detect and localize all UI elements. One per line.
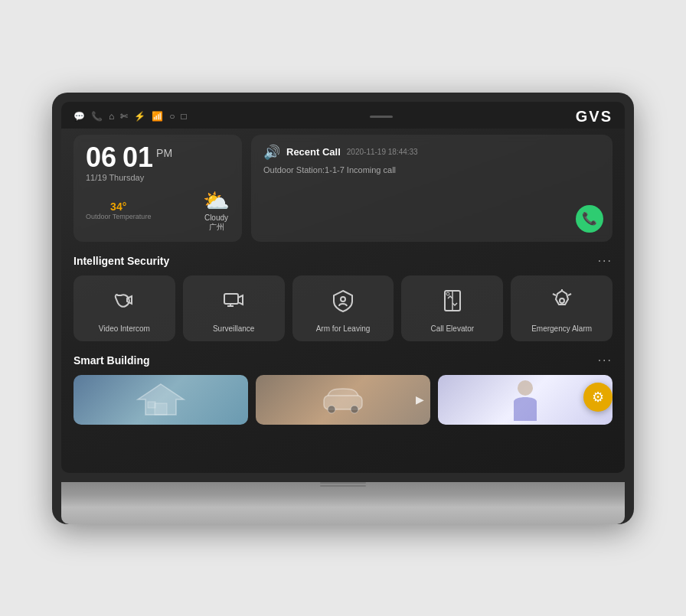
svg-rect-0	[224, 294, 238, 304]
intelligent-security-title: Intelligent Security	[74, 255, 169, 267]
svg-line-9	[553, 294, 556, 295]
tile-video-intercom-label: Video Intercom	[99, 324, 150, 334]
svg-line-10	[568, 294, 571, 295]
smart-building-title: Smart Building	[74, 354, 150, 367]
building-thumb-2[interactable]: ▶	[256, 375, 430, 425]
time-weather-widget: 06 01 PM 11/19 Thursday 34° Outdoor Temp…	[74, 135, 242, 242]
call-detail: Outdoor Station:1-1-7 Incoming call	[263, 165, 600, 174]
scissors-icon: ✄	[120, 111, 128, 122]
svg-rect-14	[148, 402, 155, 408]
brand-logo: GVS	[576, 108, 612, 125]
recent-call-widget: 🔊 Recent Call 2020-11-19 18:44:33 Outdoo…	[251, 135, 612, 242]
svg-point-4	[341, 297, 345, 301]
signal-icon: ⚡	[134, 111, 145, 122]
main-area: 06 01 PM 11/19 Thursday 34° Outdoor Temp…	[61, 129, 625, 473]
arm-for-leaving-icon	[331, 288, 355, 318]
security-grid: Video Intercom Surveillance	[74, 275, 612, 341]
svg-point-18	[518, 380, 533, 396]
circle-icon: ○	[169, 111, 175, 122]
emergency-alarm-icon	[550, 288, 574, 318]
screen-content: 💬 📞 ⌂ ✄ ⚡ 📶 ○ □ GVS	[61, 102, 625, 473]
call-elevator-icon	[440, 288, 465, 318]
phone-icon: 📞	[91, 111, 103, 122]
recent-call-header: 🔊 Recent Call 2020-11-19 18:44:33	[263, 144, 600, 161]
volume-indicator	[61, 482, 625, 487]
volume-line-1	[320, 482, 366, 484]
widget-row: 06 01 PM 11/19 Thursday 34° Outdoor Temp…	[74, 135, 612, 242]
wifi-icon: 📶	[152, 111, 163, 122]
svg-point-7	[446, 292, 449, 295]
sound-icon: 🔊	[263, 144, 280, 161]
tile-arm-for-leaving[interactable]: Arm for Leaving	[292, 275, 394, 341]
temp-label: Outdoor Temperature	[86, 213, 151, 220]
home-icon: ⌂	[109, 111, 114, 122]
time-hour: 06	[86, 144, 116, 171]
tile-call-elevator[interactable]: Call Elevator	[401, 275, 503, 341]
smart-building-more[interactable]: ···	[598, 354, 612, 367]
settings-fab[interactable]: ⚙	[583, 383, 612, 412]
thumb-play-icon-2: ▶	[416, 393, 424, 406]
weather-area: ⛅ Cloudy 广州	[203, 188, 230, 233]
tile-call-elevator-label: Call Elevator	[430, 324, 474, 334]
svg-point-8	[560, 298, 564, 303]
chat-icon: 💬	[74, 111, 85, 122]
svg-marker-1	[238, 295, 243, 305]
temp-section: 34° Outdoor Temperature	[86, 200, 151, 220]
tile-emergency-alarm[interactable]: Emergency Alarm	[511, 275, 612, 341]
tile-video-intercom[interactable]: Video Intercom	[74, 275, 175, 341]
time-display: 06 01 PM	[86, 144, 230, 171]
svg-rect-13	[155, 403, 167, 415]
intelligent-security-header: Intelligent Security ···	[74, 254, 612, 268]
weather-row: 34° Outdoor Temperature ⛅ Cloudy 广州	[86, 188, 230, 233]
city-name: 广州	[209, 222, 224, 233]
surveillance-icon	[221, 288, 246, 318]
device-screen: 💬 📞 ⌂ ✄ ⚡ 📶 ○ □ GVS	[61, 102, 625, 473]
building-row: ▶ ▶	[74, 375, 612, 425]
top-line	[370, 116, 393, 118]
smart-building-header: Smart Building ···	[74, 354, 612, 367]
weather-desc: Cloudy	[204, 213, 228, 222]
temp-value: 34°	[86, 200, 151, 213]
status-icons: 💬 📞 ⌂ ✄ ⚡ 📶 ○ □	[74, 111, 187, 122]
tile-surveillance[interactable]: Surveillance	[183, 275, 285, 341]
screen-icon: □	[181, 111, 187, 122]
tile-arm-for-leaving-label: Arm for Leaving	[316, 324, 371, 334]
svg-point-16	[328, 406, 335, 413]
time-ampm: PM	[156, 147, 172, 159]
settings-gear-icon: ⚙	[592, 389, 604, 406]
video-intercom-icon	[112, 288, 136, 318]
building-thumb-1[interactable]	[74, 375, 248, 425]
intelligent-security-more[interactable]: ···	[598, 254, 612, 268]
time-minute: 01	[122, 144, 153, 171]
svg-point-17	[351, 406, 358, 413]
tile-emergency-alarm-label: Emergency Alarm	[531, 324, 592, 334]
top-bar: 💬 📞 ⌂ ✄ ⚡ 📶 ○ □ GVS	[61, 102, 625, 129]
device-frame: 💬 📞 ⌂ ✄ ⚡ 📶 ○ □ GVS	[52, 93, 634, 524]
thumb-car-graphic	[256, 375, 430, 425]
call-timestamp: 2020-11-19 18:44:33	[347, 148, 418, 156]
cloud-icon: ⛅	[203, 188, 230, 213]
call-title: Recent Call	[286, 146, 341, 158]
call-answer-button[interactable]: 📞	[576, 205, 603, 233]
call-phone-icon: 📞	[582, 211, 597, 226]
device-stand	[61, 482, 625, 524]
thumb-house-graphic	[74, 375, 248, 425]
tile-surveillance-label: Surveillance	[213, 324, 254, 334]
volume-line-2	[320, 485, 366, 487]
date-line: 11/19 Thursday	[86, 173, 230, 182]
